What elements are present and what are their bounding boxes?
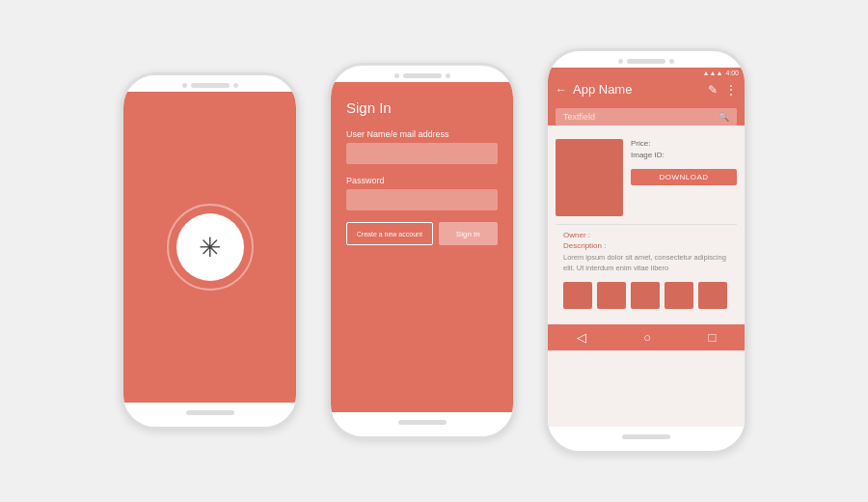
phone-bottom-3 bbox=[548, 427, 745, 451]
dot-4 bbox=[446, 73, 450, 78]
detail-body: Price: Image ID: DOWNLOAD Owner : Descri… bbox=[548, 131, 745, 324]
more-icon[interactable]: ⋮ bbox=[725, 83, 737, 97]
detail-screen: ▲▲▲ 4:00 ← App Name ✎ ⋮ Textfield 🔍 bbox=[548, 68, 745, 427]
username-input[interactable] bbox=[346, 143, 498, 164]
thumb-5 bbox=[698, 282, 727, 309]
splash-outer-circle: ✳ bbox=[167, 204, 254, 291]
username-label: User Name/e mail address bbox=[346, 129, 498, 139]
phone-top-speaker-2 bbox=[394, 66, 450, 82]
phone-speaker bbox=[191, 83, 230, 88]
owner-label: Owner : bbox=[563, 231, 729, 239]
signin-title: Sign In bbox=[346, 99, 498, 116]
app-info: Price: Image ID: DOWNLOAD bbox=[631, 139, 737, 216]
home-bar-2 bbox=[398, 420, 447, 425]
phone-signin: Sign In User Name/e mail address Passwor… bbox=[328, 63, 516, 439]
status-bar-content: ▲▲▲ 4:00 bbox=[548, 68, 745, 78]
download-button[interactable]: DOWNLOAD bbox=[631, 169, 737, 185]
signin-content: Sign In User Name/e mail address Passwor… bbox=[331, 82, 513, 263]
create-account-button[interactable]: Create a new account bbox=[346, 222, 433, 245]
phone-splash: ✳ bbox=[121, 72, 299, 430]
divider-1 bbox=[556, 224, 737, 225]
nav-right: ✎ ⋮ bbox=[708, 83, 737, 97]
search-placeholder: Textfield bbox=[563, 112, 595, 122]
search-icon: 🔍 bbox=[719, 112, 729, 122]
signin-buttons: Create a new account Sign In bbox=[346, 222, 498, 245]
signin-screen: Sign In User Name/e mail address Passwor… bbox=[331, 82, 513, 412]
dot-2 bbox=[233, 83, 238, 88]
app-name: App Name bbox=[573, 82, 632, 97]
bottom-nav-bar: ◁ ○ □ bbox=[548, 324, 745, 350]
recent-nav-icon[interactable]: □ bbox=[708, 330, 716, 345]
thumbnail-strip bbox=[556, 274, 737, 317]
back-icon[interactable]: ← bbox=[556, 83, 567, 97]
signin-button[interactable]: Sign In bbox=[439, 222, 498, 245]
status-time: 4:00 bbox=[725, 70, 739, 76]
dot-5 bbox=[618, 59, 623, 64]
home-nav-icon[interactable]: ○ bbox=[643, 330, 651, 345]
thumb-4 bbox=[665, 282, 693, 309]
thumb-1 bbox=[563, 282, 592, 309]
status-signal: ▲▲▲ bbox=[703, 70, 723, 76]
phone-bottom bbox=[123, 403, 296, 427]
nav-left: ← App Name bbox=[556, 82, 632, 97]
meta-section: Owner : Description : bbox=[556, 231, 737, 250]
splash-screen: ✳ bbox=[123, 92, 296, 403]
price-row: Price: bbox=[631, 139, 737, 148]
password-input[interactable] bbox=[346, 189, 498, 210]
phone-top-speaker bbox=[182, 75, 238, 92]
phone-bottom-2 bbox=[331, 412, 513, 436]
splash-inner-circle: ✳ bbox=[176, 213, 244, 281]
description-label: Description : bbox=[563, 241, 729, 250]
password-label: Password bbox=[346, 176, 498, 185]
app-image bbox=[556, 139, 623, 216]
image-id-row: Image ID: bbox=[631, 151, 737, 159]
thumb-2 bbox=[597, 282, 626, 309]
search-bar[interactable]: Textfield 🔍 bbox=[556, 108, 737, 126]
dot-1 bbox=[182, 83, 187, 88]
phone-speaker-3 bbox=[627, 59, 665, 64]
splash-content: ✳ bbox=[123, 92, 296, 403]
thumb-3 bbox=[631, 282, 660, 309]
sun-icon: ✳ bbox=[199, 232, 221, 264]
home-bar bbox=[186, 410, 234, 415]
edit-icon[interactable]: ✎ bbox=[708, 83, 718, 97]
phone-detail: ▲▲▲ 4:00 ← App Name ✎ ⋮ Textfield 🔍 bbox=[545, 48, 747, 454]
description-text: Lorem ipsum dolor sit amet, consectetur … bbox=[556, 252, 737, 274]
home-bar-3 bbox=[622, 434, 670, 439]
main-content: Price: Image ID: DOWNLOAD bbox=[556, 139, 737, 216]
back-nav-icon[interactable]: ◁ bbox=[577, 330, 586, 345]
status-bar: ▲▲▲ 4:00 ← App Name ✎ ⋮ Textfield 🔍 bbox=[548, 68, 745, 126]
dot-6 bbox=[669, 59, 674, 64]
detail-nav: ← App Name ✎ ⋮ bbox=[548, 78, 745, 102]
phone-top-speaker-3 bbox=[618, 51, 674, 68]
phone-speaker-2 bbox=[403, 73, 442, 78]
dot-3 bbox=[394, 73, 399, 78]
